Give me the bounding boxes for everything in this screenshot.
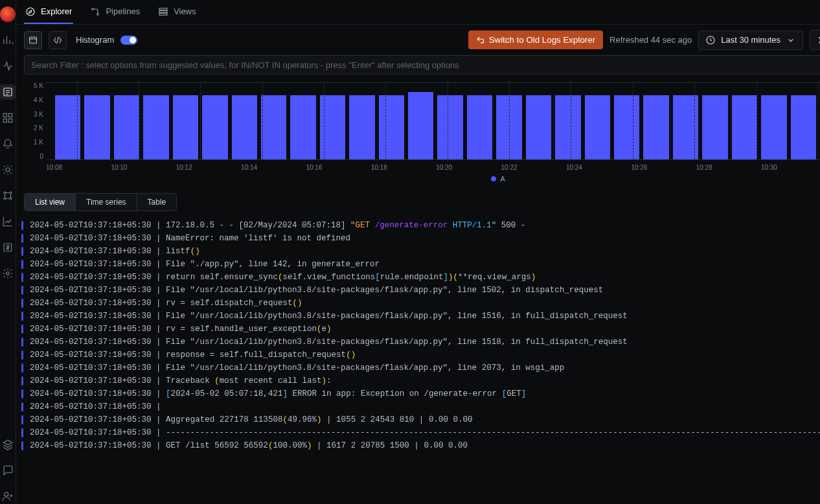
histogram-bar[interactable] [143,95,168,159]
nav-usage-icon[interactable] [0,214,16,229]
view-mode-list[interactable]: List view [25,194,75,211]
log-row[interactable]: 2024-05-02T10:37:18+05:30 | File "/usr/l… [16,336,820,349]
log-body: File "/usr/local/lib/python3.8/site-pack… [166,286,603,295]
log-row[interactable]: 2024-05-02T10:37:18+05:30 | rv = self.ha… [16,323,820,336]
y-tick: 3 K [24,111,43,118]
app-logo[interactable] [0,6,16,22]
view-mode-segmented: List view Time series Table [24,193,177,211]
log-timestamp: 2024-05-02T10:37:18+05:30 [30,312,152,321]
view-mode-time-series[interactable]: Time series [75,194,137,211]
svg-point-14 [92,8,94,10]
log-row[interactable]: 2024-05-02T10:37:18+05:30 | File "./app.… [16,258,820,271]
log-row[interactable]: 2024-05-02T10:37:18+05:30 | File "/usr/l… [16,361,820,374]
x-tick: 10:30 [761,164,777,171]
nav-logs-icon[interactable] [0,84,16,100]
histogram-bar[interactable] [202,95,227,159]
histogram-bar[interactable] [702,95,727,159]
histogram-bar[interactable] [467,95,492,159]
log-body: NameError: name 'listf' is not defined [166,234,350,243]
histogram-bar[interactable] [732,95,757,159]
histogram-x-axis: 10:0810:1010:1210:1410:1610:1810:2010:22… [46,160,820,175]
log-row[interactable]: 2024-05-02T10:37:18+05:30 | GET /list 56… [16,439,820,452]
view-mode-table[interactable]: Table [137,194,177,211]
log-row[interactable]: 2024-05-02T10:37:18+05:30 | NameError: n… [16,232,820,245]
log-row[interactable]: 2024-05-02T10:37:18+05:30 | rv = self.di… [16,297,820,310]
log-row[interactable]: 2024-05-02T10:37:18+05:30 | listf() [16,245,820,258]
histogram-bar[interactable] [585,95,610,159]
histogram-bar[interactable] [761,95,786,159]
nav-alerts-icon[interactable] [0,136,16,152]
log-row[interactable]: 2024-05-02T10:37:18+05:30 | File "/usr/l… [16,284,820,297]
log-body: File "/usr/local/lib/python3.8/site-pack… [166,363,564,372]
log-severity-marker [21,376,23,385]
nav-settings-icon[interactable] [0,266,16,281]
nav-service-map-icon[interactable] [0,188,16,203]
raw-query-toggle[interactable] [49,31,67,49]
nav-traces-icon[interactable] [0,58,16,74]
histogram-bar[interactable] [261,95,286,159]
nav-billing-icon[interactable] [0,240,16,255]
histogram-bar[interactable] [232,95,257,159]
log-body: ----------------------------------------… [166,428,820,437]
nav-metrics-icon[interactable] [0,32,16,48]
main-area: Explorer Pipelines Views Histogram Switc… [16,0,820,504]
histogram-bar[interactable] [555,95,580,159]
log-severity-marker [21,312,23,321]
svg-rect-1 [3,113,6,117]
log-row[interactable]: 2024-05-02T10:37:18+05:30 | Traceback (m… [16,374,820,387]
log-row[interactable]: 2024-05-02T10:37:18+05:30 | 172.18.0.5 -… [16,219,820,232]
log-row[interactable]: 2024-05-02T10:37:18+05:30 | response = s… [16,349,820,361]
histogram-bar[interactable] [643,95,668,159]
log-row[interactable]: 2024-05-02T10:37:18+05:30 | [2024-05-02 … [16,387,820,400]
log-timestamp: 2024-05-02T10:37:18+05:30 [30,325,152,334]
histogram-bar[interactable] [437,95,462,159]
x-tick: 10:24 [566,164,582,171]
search-row [16,55,820,80]
share-button[interactable]: Share [810,30,820,50]
nav-invite-icon[interactable] [0,488,16,504]
svg-point-11 [6,272,10,275]
tab-pipelines[interactable]: Pipelines [89,0,141,24]
nav-exceptions-icon[interactable] [0,162,16,178]
histogram-bar[interactable] [290,95,315,159]
histogram-bar[interactable] [114,95,139,159]
log-row[interactable]: 2024-05-02T10:37:18+05:30 | return self.… [16,271,820,284]
histogram-bar[interactable] [84,95,109,159]
svg-rect-3 [3,119,6,122]
search-filter-input[interactable] [24,55,820,74]
query-builder-toggle[interactable] [24,31,42,49]
switch-old-explorer-button[interactable]: Switch to Old Logs Explorer [468,30,603,49]
histogram-bar[interactable] [408,92,433,159]
histogram-bar[interactable] [614,95,639,159]
log-row[interactable]: 2024-05-02T10:37:18+05:30 | [16,400,820,413]
log-row[interactable]: 2024-05-02T10:37:18+05:30 | Aggregated 2… [16,413,820,426]
nav-support-icon[interactable] [0,463,16,478]
svg-rect-19 [30,37,37,43]
x-tick: 10:18 [371,164,387,171]
log-list[interactable]: 2024-05-02T10:37:18+05:30 | 172.18.0.5 -… [16,215,820,504]
tab-pipelines-label: Pipelines [106,6,140,16]
log-severity-marker [21,363,23,372]
tab-explorer[interactable]: Explorer [24,0,73,24]
histogram-bar[interactable] [379,95,404,159]
svg-point-7 [10,192,12,194]
tab-views[interactable]: Views [157,0,197,24]
svg-point-13 [27,8,34,16]
time-range-picker[interactable]: Last 30 minutes [698,30,803,50]
log-severity-marker [21,415,23,424]
log-row[interactable]: 2024-05-02T10:37:18+05:30 | File "/usr/l… [16,310,820,323]
log-row[interactable]: 2024-05-02T10:37:18+05:30 | ------------… [16,426,820,439]
histogram-plot[interactable] [46,82,820,160]
histogram-toggle[interactable] [120,36,137,45]
log-body: File "./app.py", line 142, in generate_e… [166,260,380,269]
left-nav-rail [0,0,16,504]
nav-dashboards-icon[interactable] [0,110,16,126]
x-tick: 10:20 [436,164,452,171]
histogram-bar[interactable] [173,95,198,159]
histogram-bar[interactable] [349,95,374,159]
x-tick: 10:16 [306,164,322,171]
view-mode-row: List view Time series Table [16,189,820,215]
histogram-bar[interactable] [526,95,551,159]
histogram-bar[interactable] [791,95,816,159]
nav-layers-icon[interactable] [0,437,16,452]
